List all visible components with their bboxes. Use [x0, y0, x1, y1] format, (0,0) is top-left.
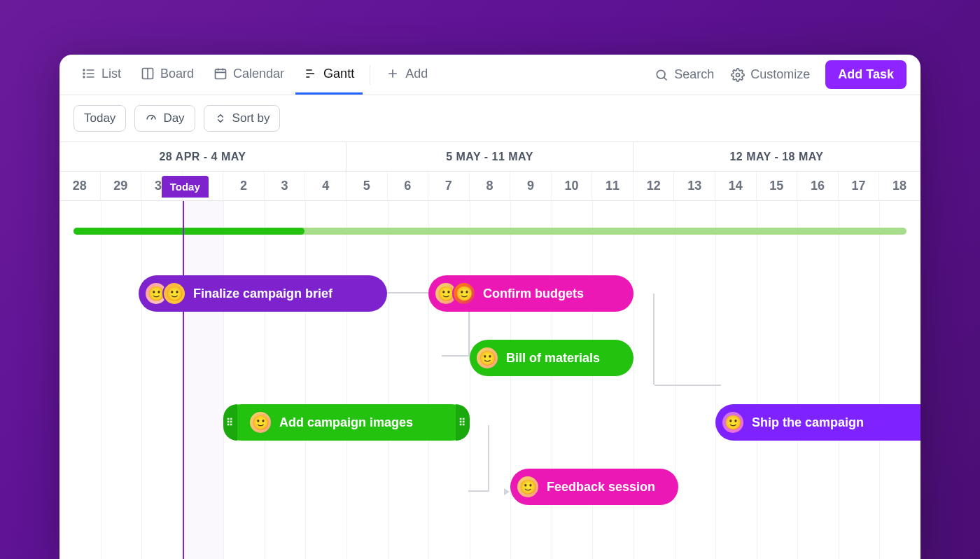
sort-icon	[214, 112, 227, 125]
day-cell: 10	[552, 172, 593, 200]
day-cell: 11	[592, 172, 634, 200]
week-cell-0: 28 APR - 4 MAY	[59, 142, 346, 171]
day-cell: 9	[510, 172, 552, 200]
tab-gantt-label: Gantt	[323, 67, 354, 81]
avatar: 🙂	[162, 282, 186, 305]
search-button[interactable]: Search	[648, 67, 721, 82]
tab-calendar[interactable]: Calendar	[205, 55, 293, 95]
task-label: Feedback session	[547, 480, 655, 495]
today-column	[183, 201, 224, 559]
week-cell-2: 12 MAY - 18 MAY	[634, 142, 920, 171]
today-marker: Today	[183, 201, 184, 559]
gantt-controls: Today Day Sort by	[59, 95, 920, 142]
svg-point-19	[736, 73, 740, 76]
add-task-button[interactable]: Add Task	[825, 60, 906, 89]
customize-label: Customize	[750, 67, 810, 82]
task-feedback-session[interactable]: 🙂 Feedback session	[510, 469, 678, 505]
gauge-icon	[145, 112, 158, 125]
svg-point-17	[657, 70, 666, 78]
day-cell: 8	[470, 172, 511, 200]
day-cell: 18	[879, 172, 920, 200]
search-icon	[654, 68, 668, 82]
tab-calendar-label: Calendar	[233, 67, 284, 81]
tab-board[interactable]: Board	[132, 55, 202, 95]
task-avatars: 🙂	[475, 346, 499, 370]
day-cell: 14	[715, 172, 757, 200]
task-label: Finalize campaign brief	[193, 287, 332, 301]
day-cell: 5	[346, 172, 388, 200]
customize-button[interactable]: Customize	[724, 67, 817, 82]
task-ship-campaign[interactable]: 🙂 Ship the campaign	[715, 404, 920, 441]
task-finalize-brief[interactable]: 🙂 🙂 Finalize campaign brief	[139, 275, 387, 312]
tab-board-label: Board	[160, 67, 194, 81]
progress-bar-fill	[74, 228, 304, 235]
zoom-day-label: Day	[163, 111, 184, 125]
day-cell: 2	[223, 172, 265, 200]
day-cell: 16	[797, 172, 839, 200]
tab-add-label: Add	[405, 67, 428, 81]
plus-icon	[386, 67, 400, 81]
day-cell: 13	[674, 172, 715, 200]
day-cell: 4	[305, 172, 346, 200]
task-bill-of-materials[interactable]: 🙂 Bill of materials	[470, 340, 634, 376]
day-cell: 15	[757, 172, 798, 200]
day-cell: 12	[634, 172, 675, 200]
search-label: Search	[674, 67, 714, 82]
svg-point-3	[83, 69, 85, 71]
avatar: 🙂	[516, 475, 540, 499]
gantt-icon	[304, 67, 318, 81]
svg-point-5	[83, 76, 85, 78]
avatar: 🙂	[721, 410, 745, 434]
today-badge: Today	[162, 176, 209, 198]
divider	[370, 65, 370, 85]
week-header: 28 APR - 4 MAY 5 MAY - 11 MAY 12 MAY - 1…	[59, 142, 920, 172]
task-avatars: 🙂 🙂	[144, 282, 186, 305]
day-cell: 6	[388, 172, 429, 200]
day-cell: 29	[101, 172, 142, 200]
sort-label: Sort by	[232, 111, 270, 125]
task-confirm-budgets[interactable]: 🙂 🙂 Confirm budgets	[428, 275, 634, 312]
tab-list-label: List	[102, 67, 121, 81]
view-tabs: List Board Calendar Gantt Add Search Cus…	[59, 55, 920, 95]
add-task-label: Add Task	[838, 67, 894, 81]
tab-gantt[interactable]: Gantt	[295, 55, 363, 95]
task-avatars: 🙂 🙂	[434, 282, 476, 305]
tab-add-view[interactable]: Add	[377, 55, 436, 95]
gantt-app: List Board Calendar Gantt Add Search Cus…	[59, 55, 920, 559]
drag-handle-left[interactable]: ⠿	[223, 404, 237, 441]
board-icon	[141, 67, 155, 81]
task-label: Bill of materials	[506, 351, 600, 366]
zoom-day-button[interactable]: Day	[134, 105, 195, 132]
day-cell: 3	[265, 172, 306, 200]
day-cell: 7	[428, 172, 470, 200]
timeline: 28 APR - 4 MAY 5 MAY - 11 MAY 12 MAY - 1…	[59, 142, 920, 559]
day-cell: 17	[839, 172, 880, 200]
week-cell-1: 5 MAY - 11 MAY	[346, 142, 634, 171]
svg-rect-8	[216, 69, 226, 78]
task-add-campaign-images[interactable]: ⠿ 🙂 Add campaign images ⠿	[223, 404, 470, 441]
avatar: 🙂	[248, 410, 272, 434]
calendar-icon	[214, 67, 227, 81]
gantt-chart-body[interactable]: Today 🙂 🙂 Finalize campaign brief	[59, 201, 920, 559]
task-label: Add campaign images	[279, 415, 413, 430]
task-avatars: 🙂	[516, 475, 540, 499]
list-icon	[82, 67, 96, 81]
day-cell: 28	[59, 172, 101, 200]
avatar: 🙂	[475, 346, 499, 370]
drag-handle-right[interactable]: ⠿	[456, 404, 470, 441]
gear-icon	[731, 68, 745, 82]
svg-line-20	[151, 117, 153, 120]
task-avatars: 🙂	[248, 410, 272, 434]
sort-button[interactable]: Sort by	[204, 105, 281, 132]
task-avatars: 🙂	[721, 410, 745, 434]
svg-line-18	[664, 77, 667, 80]
task-label: Confirm budgets	[483, 287, 584, 301]
avatar: 🙂	[452, 282, 476, 305]
today-chip-label: Today	[84, 111, 115, 125]
svg-point-4	[83, 73, 85, 74]
today-button[interactable]: Today	[74, 105, 126, 132]
tab-list[interactable]: List	[74, 55, 130, 95]
task-label: Ship the campaign	[752, 415, 864, 430]
